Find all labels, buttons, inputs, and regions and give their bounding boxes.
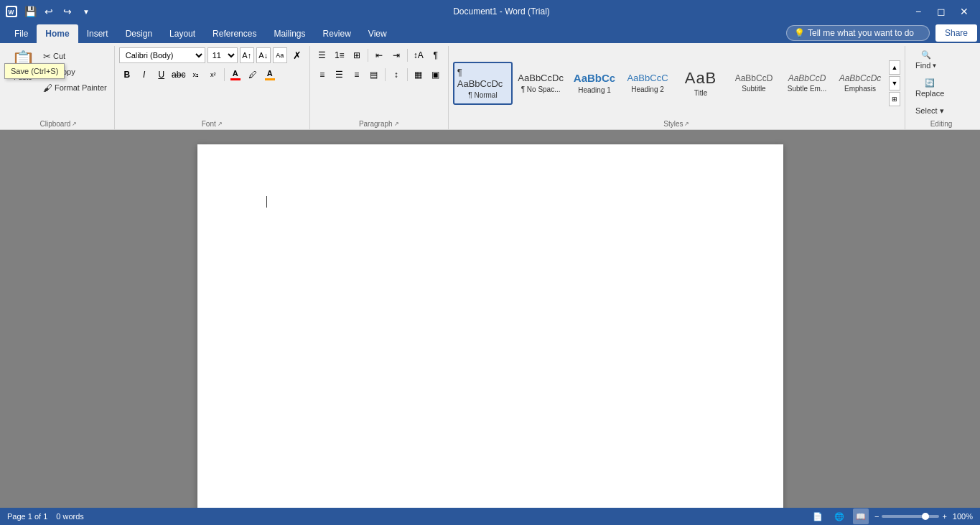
find-button[interactable]: 🔍 Find ▼ (910, 47, 943, 73)
align-left-btn[interactable]: ≡ (314, 67, 330, 83)
bold-button[interactable]: B (119, 67, 135, 83)
tell-me-text: Tell me what you want to do (808, 28, 914, 38)
borders-btn[interactable]: ▣ (428, 67, 444, 83)
style-heading1[interactable]: AaBbCc Heading 1 (569, 62, 620, 105)
redo-btn[interactable]: ↪ (59, 3, 76, 20)
superscript-button[interactable]: x² (205, 67, 221, 83)
style-h1-preview: AaBbCc (574, 72, 615, 85)
ribbon-top-right: 💡 Tell me what you want to do Share (786, 23, 980, 43)
read-mode-btn[interactable]: 📖 (853, 508, 869, 524)
close-btn[interactable]: ✕ (954, 1, 974, 22)
subscript-button[interactable]: x₂ (188, 67, 204, 83)
style-heading2[interactable]: AaBbCcC Heading 2 (622, 62, 673, 105)
format-painter-icon: 🖌 (43, 83, 52, 93)
italic-button[interactable]: I (136, 67, 152, 83)
share-button[interactable]: Share (935, 24, 977, 42)
zoom-out-btn[interactable]: − (874, 512, 879, 521)
show-marks-btn[interactable]: ¶ (428, 47, 444, 63)
para-div2 (407, 49, 408, 62)
tab-review[interactable]: Review (314, 24, 359, 43)
format-painter-button[interactable]: 🖌 Format Painter (40, 80, 110, 95)
font-size-select[interactable]: 11 (207, 47, 238, 63)
change-case-btn[interactable]: Aa (273, 47, 287, 63)
document-area[interactable] (0, 130, 980, 508)
cut-label: Cut (53, 52, 65, 60)
tab-home[interactable]: Home (37, 24, 78, 43)
style-subtle-preview: AaBbCcD (788, 73, 826, 83)
style-title[interactable]: AaB Title (675, 62, 727, 105)
style-normal[interactable]: ¶ AaBbCcDc ¶ Normal (453, 62, 513, 105)
style-emphasis[interactable]: AaBbCcDc Emphasis (834, 62, 886, 105)
save-quick-btn[interactable]: 💾 (22, 3, 39, 20)
style-emphasis-preview: AaBbCcDc (839, 73, 882, 83)
select-button[interactable]: Select ▾ (910, 103, 950, 119)
shading-btn[interactable]: ▦ (411, 67, 426, 83)
minimize-btn[interactable]: − (908, 1, 928, 22)
multilevel-button[interactable]: ⊞ (349, 47, 365, 63)
replace-button[interactable]: 🔄 Replace (910, 75, 950, 101)
style-h2-preview: AaBbCcC (627, 73, 668, 84)
styles-expand-icon[interactable]: ↗ (684, 121, 689, 127)
style-title-preview: AaB (685, 69, 717, 88)
zoom-track[interactable] (882, 515, 939, 518)
tab-mailings[interactable]: Mailings (265, 24, 314, 43)
tab-view[interactable]: View (360, 24, 396, 43)
style-no-spacing[interactable]: AaBbCcDc ¶ No Spac... (514, 62, 567, 105)
tooltip: Save (Ctrl+S) (4, 63, 65, 79)
tab-insert[interactable]: Insert (78, 24, 117, 43)
undo-btn[interactable]: ↩ (40, 3, 57, 20)
print-layout-btn[interactable]: 📄 (810, 508, 826, 524)
web-layout-btn[interactable]: 🌐 (831, 508, 847, 524)
paragraph-group-label: Paragraph ↗ (314, 119, 444, 129)
document-page[interactable] (197, 144, 783, 508)
styles-scroll-down-btn[interactable]: ▼ (889, 76, 900, 90)
tab-design[interactable]: Design (117, 24, 161, 43)
tell-me-input[interactable]: 💡 Tell me what you want to do (786, 25, 930, 41)
decrease-indent-btn[interactable]: ⇤ (371, 47, 387, 63)
paragraph-expand-icon[interactable]: ↗ (394, 121, 399, 127)
highlight-button[interactable]: 🖊 (245, 67, 261, 83)
style-subtitle[interactable]: AaBbCcD Subtitle (728, 62, 780, 105)
clipboard-expand-icon[interactable]: ↗ (72, 121, 77, 127)
styles-gallery: ¶ AaBbCcDc ¶ Normal AaBbCcDc ¶ No Spac..… (453, 60, 886, 106)
font-name-select[interactable]: Calibri (Body) (119, 47, 205, 63)
paragraph-row-2: ≡ ☰ ≡ ▤ ↕ ▦ ▣ (314, 67, 444, 83)
font-shrink-btn[interactable]: A↓ (256, 47, 271, 63)
style-subtle-emphasis[interactable]: AaBbCcD Subtle Em... (781, 62, 833, 105)
justify-btn[interactable]: ▤ (366, 67, 382, 83)
font-color-bar (230, 78, 241, 80)
clear-format-btn[interactable]: ✗ (289, 47, 305, 63)
styles-expand-btn[interactable]: ⊞ (889, 92, 900, 106)
text-color-bar (265, 78, 275, 80)
zoom-thumb[interactable] (922, 513, 929, 520)
format-painter-label: Format Painter (55, 83, 107, 92)
bullets-button[interactable]: ☰ (314, 47, 330, 63)
line-spacing-btn[interactable]: ↕ (388, 67, 404, 83)
clipboard-group-content: 📋 Paste ✂ Cut 📄 Copy 🖌 Format Painter (7, 46, 110, 119)
text-color-button[interactable]: A (262, 67, 278, 83)
font-group-content: Calibri (Body) 11 A↑ A↓ Aa ✗ B I U abc x… (119, 46, 305, 119)
increase-indent-btn[interactable]: ⇥ (388, 47, 404, 63)
sort-btn[interactable]: ↕A (411, 47, 426, 63)
svg-text:W: W (9, 9, 14, 16)
font-color-button[interactable]: A (228, 67, 243, 83)
style-h1-label: Heading 1 (578, 86, 611, 94)
underline-button[interactable]: U (154, 67, 169, 83)
tab-file[interactable]: File (6, 24, 37, 43)
title-bar: W 💾 ↩ ↪ ▼ Document1 - Word (Trial) − ◻ ✕ (0, 0, 980, 23)
cut-button[interactable]: ✂ Cut (40, 49, 110, 63)
paragraph-group: ☰ 1≡ ⊞ ⇤ ⇥ ↕A ¶ ≡ ☰ ≡ ▤ ↕ ▦ ▣ (310, 46, 449, 129)
numbering-button[interactable]: 1≡ (332, 47, 347, 63)
customize-quick-access-btn[interactable]: ▼ (78, 3, 95, 20)
font-expand-icon[interactable]: ↗ (218, 121, 223, 127)
restore-btn[interactable]: ◻ (931, 1, 951, 22)
zoom-in-btn[interactable]: + (942, 512, 946, 521)
align-right-btn[interactable]: ≡ (349, 67, 365, 83)
align-center-btn[interactable]: ☰ (332, 67, 347, 83)
tab-references[interactable]: References (204, 24, 265, 43)
tab-layout[interactable]: Layout (161, 24, 204, 43)
styles-scroll-up-btn[interactable]: ▲ (889, 60, 900, 75)
strikethrough-button[interactable]: abc (171, 67, 187, 83)
font-grow-btn[interactable]: A↑ (240, 47, 254, 63)
font-divider (224, 68, 225, 81)
